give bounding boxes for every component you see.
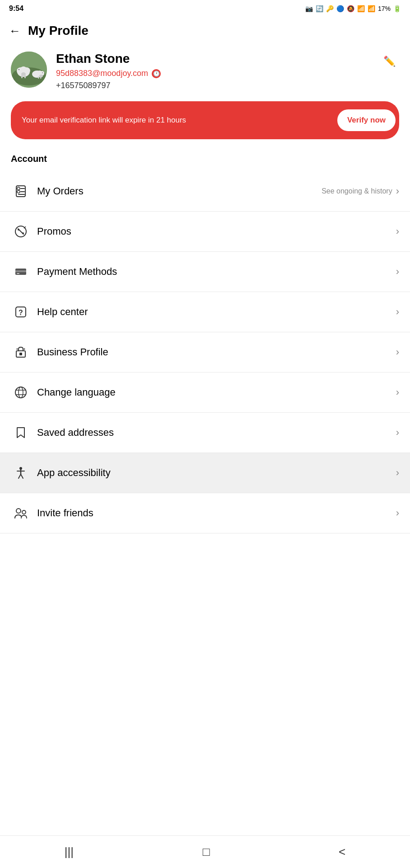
nav-menu-button[interactable]: ||| [51,840,87,863]
payment-arrow: › [396,266,399,278]
menu-item-payment[interactable]: Payment Methods › [0,252,410,292]
svg-point-38 [24,349,25,350]
camera-icon: 📷 [305,5,313,12]
key-icon: 🔑 [326,5,334,12]
my-orders-arrow: › [396,185,399,197]
svg-rect-16 [40,76,42,79]
help-icon: ? [14,305,28,319]
accessibility-arrow: › [396,467,399,479]
menu-item-promos[interactable]: Promos › [0,212,410,252]
business-icon [14,345,28,359]
svg-rect-32 [17,273,19,274]
svg-rect-15 [38,76,39,79]
profile-section: Ethan Stone 95d88383@moodjoy.com 🕐 +1657… [0,47,410,101]
battery-icon: 🔋 [393,5,401,12]
my-orders-sublabel: See ongoing & history [321,187,396,195]
menu-item-help[interactable]: ? Help center › [0,292,410,332]
payment-icon-wrap [11,262,31,282]
language-icon-wrap [11,382,31,402]
accessibility-icon-wrap [11,463,31,483]
svg-point-20 [17,187,20,190]
back-button[interactable]: ← [9,25,21,37]
language-arrow: › [396,387,399,398]
svg-point-37 [17,349,18,350]
payment-icon [14,265,28,278]
accessibility-label: App accessibility [31,467,396,479]
svg-line-46 [19,474,21,478]
help-icon-wrap: ? [11,302,31,322]
avatar [11,52,47,88]
verification-banner: Your email verification link will expire… [11,101,399,139]
bluetooth-icon: 🔵 [336,5,344,12]
mute-icon: 🔕 [347,5,354,12]
saved-addresses-arrow: › [396,427,399,439]
invite-icon-wrap [11,503,31,523]
svg-point-40 [19,387,23,398]
nav-back-button[interactable]: < [325,840,359,863]
bookmark-icon [14,426,28,439]
menu-item-my-orders[interactable]: My Orders See ongoing & history › [0,171,410,212]
help-arrow: › [396,306,399,318]
battery-level: 17% [378,5,391,12]
profile-info: Ethan Stone 95d88383@moodjoy.com 🕐 +1657… [47,52,379,90]
language-label: Change language [31,387,396,398]
promos-icon-wrap [11,222,31,241]
edit-profile-button[interactable]: ✏️ [379,52,399,71]
svg-point-27 [18,229,19,231]
profile-phone: +16575089797 [56,81,379,90]
svg-point-10 [19,69,19,70]
svg-text:?: ? [19,309,23,316]
svg-point-39 [15,387,26,398]
svg-point-18 [42,72,43,73]
profile-name: Ethan Stone [56,52,379,66]
svg-rect-36 [19,353,22,355]
page-header: ← My Profile [0,16,410,47]
language-icon [14,386,28,399]
promos-arrow: › [396,226,399,237]
wifi-icon: 📶 [357,5,365,12]
status-bar: 9:54 📷 🔄 🔑 🔵 🔕 📶 📶 17% 🔋 [0,0,410,16]
profile-email: 95d88383@moodjoy.com 🕐 [56,69,379,78]
invite-icon [14,506,28,520]
status-time: 9:54 [9,5,23,13]
menu-item-saved-addresses[interactable]: Saved addresses › [0,413,410,453]
status-icons: 📷 🔄 🔑 🔵 🔕 📶 📶 17% 🔋 [305,5,401,12]
orders-icon-wrap [11,181,31,201]
menu-item-language[interactable]: Change language › [0,373,410,413]
svg-point-21 [17,190,20,193]
svg-point-9 [17,68,23,72]
my-orders-label: My Orders [31,185,321,197]
avatar-image [11,52,47,88]
account-section-label: Account [0,154,410,171]
saved-addresses-icon-wrap [11,423,31,443]
svg-point-28 [22,232,24,234]
swap-icon: 🔄 [316,5,323,12]
promos-label: Promos [31,226,396,237]
help-label: Help center [31,306,396,318]
svg-rect-31 [15,270,26,272]
signal-icon: 📶 [368,5,375,12]
accessibility-icon [14,466,28,480]
svg-rect-8 [24,75,26,78]
svg-point-17 [40,71,44,75]
menu-item-business[interactable]: Business Profile › [0,332,410,373]
page-title: My Profile [28,24,89,38]
svg-point-49 [22,510,26,514]
invite-friends-arrow: › [396,507,399,519]
promos-icon [14,225,28,238]
bottom-navigation: ||| □ < [0,835,410,868]
verify-now-button[interactable]: Verify now [337,109,396,131]
svg-point-48 [16,509,21,513]
edit-icon: ✏️ [383,56,396,67]
business-label: Business Profile [31,346,396,358]
invite-friends-label: Invite friends [31,507,396,519]
menu-item-accessibility[interactable]: App accessibility › [0,453,410,493]
banner-message: Your email verification link will expire… [22,115,332,126]
email-text: 95d88383@moodjoy.com [56,69,148,78]
business-arrow: › [396,346,399,358]
menu-item-invite-friends[interactable]: Invite friends › [0,493,410,533]
svg-rect-7 [21,75,23,78]
email-clock-icon: 🕐 [152,69,161,78]
payment-label: Payment Methods [31,266,396,278]
nav-home-button[interactable]: □ [189,840,224,863]
